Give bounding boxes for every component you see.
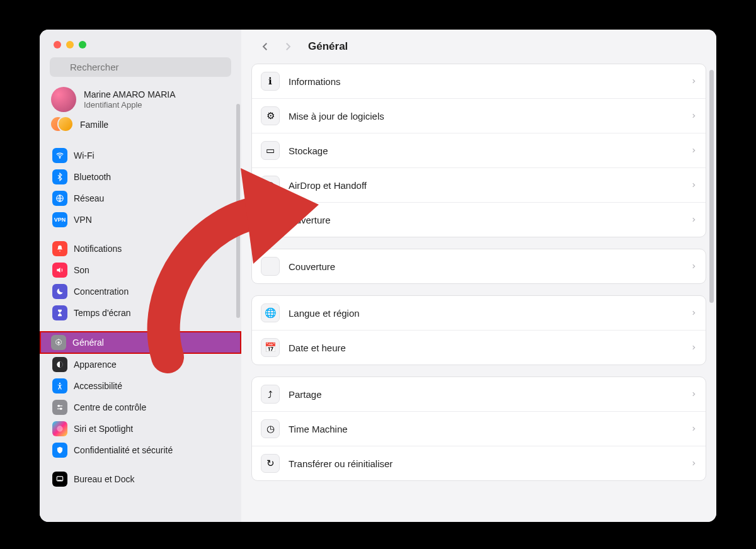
svg-point-8 xyxy=(58,405,59,407)
settings-row-label: Langue et région xyxy=(289,308,682,319)
airdrop-icon: ◎ xyxy=(261,176,280,195)
sidebar-item-hourglass[interactable]: Temps d'écran xyxy=(41,302,240,324)
family-avatars xyxy=(51,117,72,132)
sidebar-item-label: Réseau xyxy=(74,193,104,203)
settings-row-airdrop[interactable]: ◎AirDrop et Handoff xyxy=(252,167,706,202)
appearance-icon xyxy=(52,357,67,372)
sidebar-item-appearance[interactable]: Apparence xyxy=(41,354,240,375)
settings-row-label: AirDrop et Handoff xyxy=(289,180,682,191)
account-subtitle: Identifiant Apple xyxy=(84,100,175,110)
date-time-icon: 📅 xyxy=(261,338,280,357)
svg-point-10 xyxy=(60,408,62,409)
sidebar-item-sound[interactable]: Son xyxy=(41,259,240,281)
settings-row-date-time[interactable]: 📅Date et heure xyxy=(252,330,706,365)
chevron-right-icon xyxy=(690,77,697,86)
forward-button[interactable] xyxy=(279,38,297,55)
sidebar-item-dock[interactable]: Bureau et Dock xyxy=(41,468,240,490)
settings-row-info[interactable]: ℹ︎Informations xyxy=(252,64,706,98)
sidebar-item-wifi[interactable]: Wi-Fi xyxy=(41,145,240,166)
settings-row-label: Informations xyxy=(289,76,682,87)
svg-point-4 xyxy=(57,341,60,344)
sidebar-item-apple-id[interactable]: Marine AMARO MARIA Identifiant Apple xyxy=(40,84,241,117)
sidebar-item-siri[interactable]: Siri et Spotlight xyxy=(41,418,240,439)
transfer-reset-icon: ↻ xyxy=(261,454,280,473)
sidebar-item-label: Confidentialité et sécurité xyxy=(74,445,173,455)
toolbar: Général xyxy=(241,30,716,64)
settings-row-time-machine[interactable]: ◷Time Machine xyxy=(252,411,706,446)
sidebar-item-moon[interactable]: Concentration xyxy=(41,281,240,302)
sidebar-item-label: Accessibilité xyxy=(74,381,122,391)
gear-icon xyxy=(51,335,66,350)
settings-group: ⤴︎Partage◷Time Machine↻Transférer ou réi… xyxy=(251,376,706,481)
info-icon: ℹ︎ xyxy=(261,72,280,91)
sidebar-item-accessibility[interactable]: Accessibilité xyxy=(41,375,240,397)
language-icon: 🌐 xyxy=(261,303,280,322)
settings-row-software-update[interactable]: ⚙︎Mise à jour de logiciels xyxy=(252,98,706,133)
settings-row-label: Ouverture xyxy=(289,215,682,225)
minimize-window-icon[interactable] xyxy=(66,41,74,48)
globe-icon xyxy=(52,191,67,206)
sidebar-item-label: Siri et Spotlight xyxy=(74,424,133,434)
window-controls xyxy=(40,41,241,48)
sidebar-item-label: Apparence xyxy=(74,359,117,370)
system-settings-window: Marine AMARO MARIA Identifiant Apple Fam… xyxy=(40,30,716,522)
sidebar-item-privacy[interactable]: Confidentialité et sécurité xyxy=(41,439,240,461)
sharing-icon: ⤴︎ xyxy=(261,385,280,404)
sidebar-item-globe[interactable]: Réseau xyxy=(41,188,240,209)
moon-icon xyxy=(52,284,67,299)
page-title: Général xyxy=(308,40,348,53)
close-window-icon[interactable] xyxy=(54,41,61,48)
settings-row-storage[interactable]: ▭Stockage xyxy=(252,133,706,167)
vpn-icon: VPN xyxy=(52,212,67,227)
sidebar-item-label: Bureau et Dock xyxy=(74,474,135,484)
main-panel: Général ℹ︎Informations⚙︎Mise à jour de l… xyxy=(241,30,716,522)
chevron-right-icon xyxy=(690,111,697,120)
siri-icon xyxy=(52,421,67,436)
chevron-right-icon xyxy=(690,262,697,271)
sidebar-item-label: Wi-Fi xyxy=(74,150,94,161)
sidebar-item-label: Bluetooth xyxy=(74,172,111,182)
chevron-right-icon xyxy=(690,308,697,317)
accessibility-icon xyxy=(52,378,67,393)
settings-row-label: Partage xyxy=(289,389,682,400)
chevron-right-icon xyxy=(690,459,697,468)
bluetooth-icon xyxy=(52,169,67,184)
sidebar-item-control-center[interactable]: Centre de contrôle xyxy=(41,397,240,418)
sidebar-item-label: Son xyxy=(74,265,89,275)
settings-group: ℹ︎Informations⚙︎Mise à jour de logiciels… xyxy=(251,64,706,237)
sidebar-item-family[interactable]: Famille xyxy=(40,117,241,137)
sidebar-item-bluetooth[interactable]: Bluetooth xyxy=(41,166,240,188)
settings-row-label: Date et heure xyxy=(289,342,682,353)
wifi-icon xyxy=(52,148,67,163)
chevron-right-icon xyxy=(690,390,697,399)
search-input[interactable] xyxy=(50,57,231,77)
avatar xyxy=(51,87,76,112)
sidebar-item-label: Famille xyxy=(80,120,108,130)
control-center-icon xyxy=(52,400,67,415)
settings-row-login-items[interactable]: ☰Ouverture xyxy=(252,202,706,237)
sidebar-item-label: Notifications xyxy=(74,244,122,254)
sidebar-item-vpn[interactable]: VPNVPN xyxy=(41,209,240,230)
svg-point-2 xyxy=(59,157,60,159)
settings-row-transfer-reset[interactable]: ↻Transférer ou réinitialiser xyxy=(252,446,706,480)
sidebar-item-label: Temps d'écran xyxy=(74,308,131,318)
chevron-right-icon xyxy=(690,181,697,190)
sidebar-item-bell[interactable]: Notifications xyxy=(41,238,240,259)
settings-row-label: Mise à jour de logiciels xyxy=(289,111,682,122)
zoom-window-icon[interactable] xyxy=(79,41,86,48)
settings-group: 🌐Langue et région📅Date et heure xyxy=(251,295,706,365)
software-update-icon: ⚙︎ xyxy=(261,106,280,125)
back-button[interactable] xyxy=(256,38,274,55)
settings-row-language[interactable]: 🌐Langue et région xyxy=(252,296,706,330)
login-items-icon: ☰ xyxy=(261,210,280,229)
chevron-right-icon xyxy=(690,215,697,224)
sidebar-item-gear[interactable]: Général xyxy=(40,331,241,354)
bell-icon xyxy=(52,241,67,256)
chevron-right-icon xyxy=(690,146,697,155)
privacy-icon xyxy=(52,443,67,458)
storage-icon: ▭ xyxy=(261,141,280,160)
account-name: Marine AMARO MARIA xyxy=(84,89,175,100)
settings-row-applecare[interactable]: Couverture xyxy=(252,249,706,283)
hourglass-icon xyxy=(52,305,67,320)
settings-row-sharing[interactable]: ⤴︎Partage xyxy=(252,377,706,411)
